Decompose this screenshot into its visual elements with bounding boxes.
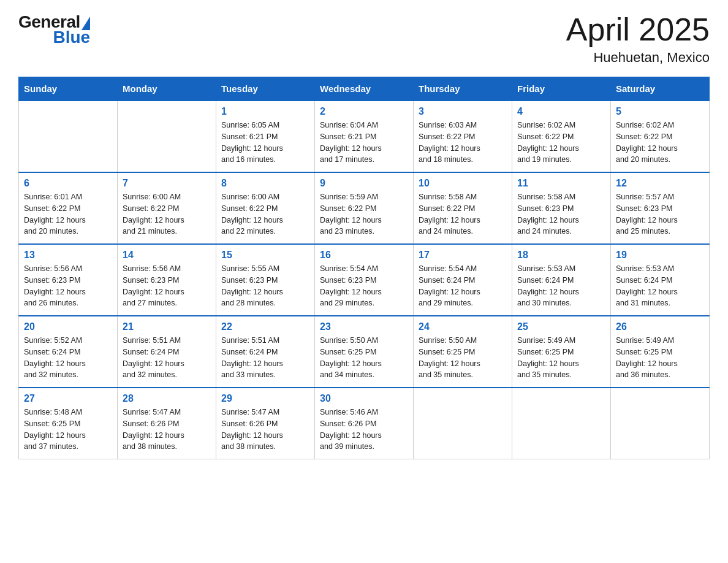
- calendar-cell: 11Sunrise: 5:58 AMSunset: 6:23 PMDayligh…: [512, 172, 611, 244]
- day-info: Sunrise: 5:57 AMSunset: 6:23 PMDaylight:…: [616, 191, 704, 237]
- week-row-4: 20Sunrise: 5:52 AMSunset: 6:24 PMDayligh…: [19, 316, 710, 388]
- calendar-cell: 24Sunrise: 5:50 AMSunset: 6:25 PMDayligh…: [414, 316, 512, 388]
- calendar-cell: 1Sunrise: 6:05 AMSunset: 6:21 PMDaylight…: [216, 101, 315, 172]
- day-number: 16: [320, 250, 408, 261]
- calendar-cell: [611, 388, 710, 459]
- day-info: Sunrise: 5:58 AMSunset: 6:22 PMDaylight:…: [419, 191, 507, 237]
- day-number: 23: [320, 321, 408, 332]
- day-info: Sunrise: 5:50 AMSunset: 6:25 PMDaylight:…: [419, 335, 507, 381]
- weekday-header-sunday: Sunday: [19, 77, 118, 101]
- day-info: Sunrise: 6:00 AMSunset: 6:22 PMDaylight:…: [221, 191, 309, 237]
- calendar-cell: 20Sunrise: 5:52 AMSunset: 6:24 PMDayligh…: [19, 316, 118, 388]
- calendar-cell: 18Sunrise: 5:53 AMSunset: 6:24 PMDayligh…: [512, 244, 611, 316]
- weekday-header-thursday: Thursday: [414, 77, 512, 101]
- day-info: Sunrise: 5:46 AMSunset: 6:26 PMDaylight:…: [320, 407, 408, 453]
- day-info: Sunrise: 5:58 AMSunset: 6:23 PMDaylight:…: [517, 191, 605, 237]
- calendar-cell: 9Sunrise: 5:59 AMSunset: 6:22 PMDaylight…: [315, 172, 414, 244]
- day-number: 14: [123, 250, 211, 261]
- title-block: April 2025 Huehuetan, Mexico: [566, 12, 710, 66]
- day-number: 2: [320, 106, 408, 117]
- day-info: Sunrise: 5:54 AMSunset: 6:24 PMDaylight:…: [419, 263, 507, 309]
- calendar-subtitle: Huehuetan, Mexico: [566, 50, 710, 66]
- day-info: Sunrise: 6:03 AMSunset: 6:22 PMDaylight:…: [419, 120, 507, 166]
- week-row-2: 6Sunrise: 6:01 AMSunset: 6:22 PMDaylight…: [19, 172, 710, 244]
- calendar-table: SundayMondayTuesdayWednesdayThursdayFrid…: [18, 77, 710, 459]
- day-info: Sunrise: 6:01 AMSunset: 6:22 PMDaylight:…: [24, 191, 112, 237]
- day-number: 12: [616, 178, 704, 189]
- calendar-cell: 15Sunrise: 5:55 AMSunset: 6:23 PMDayligh…: [216, 244, 315, 316]
- day-number: 13: [24, 250, 112, 261]
- day-info: Sunrise: 5:56 AMSunset: 6:23 PMDaylight:…: [123, 263, 211, 309]
- day-number: 19: [616, 250, 704, 261]
- page-header: General Gen Blue April 2025 Huehuetan, M…: [18, 12, 710, 66]
- calendar-cell: 2Sunrise: 6:04 AMSunset: 6:21 PMDaylight…: [315, 101, 414, 172]
- day-number: 25: [517, 321, 605, 332]
- calendar-cell: 3Sunrise: 6:03 AMSunset: 6:22 PMDaylight…: [414, 101, 512, 172]
- day-number: 30: [320, 393, 408, 404]
- week-row-1: 1Sunrise: 6:05 AMSunset: 6:21 PMDaylight…: [19, 101, 710, 172]
- day-number: 8: [221, 178, 309, 189]
- day-number: 6: [24, 178, 112, 189]
- day-number: 9: [320, 178, 408, 189]
- logo-blue-text: Blue: [53, 28, 90, 47]
- week-row-5: 27Sunrise: 5:48 AMSunset: 6:25 PMDayligh…: [19, 388, 710, 459]
- calendar-cell: 29Sunrise: 5:47 AMSunset: 6:26 PMDayligh…: [216, 388, 315, 459]
- calendar-cell: 10Sunrise: 5:58 AMSunset: 6:22 PMDayligh…: [414, 172, 512, 244]
- day-number: 17: [419, 250, 507, 261]
- day-number: 24: [419, 321, 507, 332]
- day-info: Sunrise: 5:52 AMSunset: 6:24 PMDaylight:…: [24, 335, 112, 381]
- calendar-cell: 7Sunrise: 6:00 AMSunset: 6:22 PMDaylight…: [118, 172, 216, 244]
- day-info: Sunrise: 5:51 AMSunset: 6:24 PMDaylight:…: [123, 335, 211, 381]
- calendar-cell: 25Sunrise: 5:49 AMSunset: 6:25 PMDayligh…: [512, 316, 611, 388]
- day-info: Sunrise: 5:49 AMSunset: 6:25 PMDaylight:…: [517, 335, 605, 381]
- weekday-header-wednesday: Wednesday: [315, 77, 414, 101]
- calendar-cell: 22Sunrise: 5:51 AMSunset: 6:24 PMDayligh…: [216, 316, 315, 388]
- calendar-cell: [19, 101, 118, 172]
- calendar-cell: 4Sunrise: 6:02 AMSunset: 6:22 PMDaylight…: [512, 101, 611, 172]
- calendar-cell: 19Sunrise: 5:53 AMSunset: 6:24 PMDayligh…: [611, 244, 710, 316]
- calendar-cell: 23Sunrise: 5:50 AMSunset: 6:25 PMDayligh…: [315, 316, 414, 388]
- day-info: Sunrise: 5:54 AMSunset: 6:23 PMDaylight:…: [320, 263, 408, 309]
- day-number: 3: [419, 106, 507, 117]
- logo: General Gen Blue: [18, 12, 90, 49]
- calendar-title: April 2025: [566, 12, 710, 47]
- day-info: Sunrise: 5:51 AMSunset: 6:24 PMDaylight:…: [221, 335, 309, 381]
- day-number: 15: [221, 250, 309, 261]
- weekday-header-friday: Friday: [512, 77, 611, 101]
- day-info: Sunrise: 5:55 AMSunset: 6:23 PMDaylight:…: [221, 263, 309, 309]
- day-number: 18: [517, 250, 605, 261]
- calendar-cell: 26Sunrise: 5:49 AMSunset: 6:25 PMDayligh…: [611, 316, 710, 388]
- calendar-cell: [118, 101, 216, 172]
- day-number: 5: [616, 106, 704, 117]
- day-info: Sunrise: 6:00 AMSunset: 6:22 PMDaylight:…: [123, 191, 211, 237]
- week-row-3: 13Sunrise: 5:56 AMSunset: 6:23 PMDayligh…: [19, 244, 710, 316]
- day-info: Sunrise: 5:47 AMSunset: 6:26 PMDaylight:…: [221, 407, 309, 453]
- day-info: Sunrise: 5:49 AMSunset: 6:25 PMDaylight:…: [616, 335, 704, 381]
- day-number: 22: [221, 321, 309, 332]
- day-number: 21: [123, 321, 211, 332]
- day-info: Sunrise: 5:59 AMSunset: 6:22 PMDaylight:…: [320, 191, 408, 237]
- day-number: 4: [517, 106, 605, 117]
- calendar-cell: 28Sunrise: 5:47 AMSunset: 6:26 PMDayligh…: [118, 388, 216, 459]
- day-info: Sunrise: 5:56 AMSunset: 6:23 PMDaylight:…: [24, 263, 112, 309]
- calendar-cell: 27Sunrise: 5:48 AMSunset: 6:25 PMDayligh…: [19, 388, 118, 459]
- day-number: 11: [517, 178, 605, 189]
- calendar-cell: 21Sunrise: 5:51 AMSunset: 6:24 PMDayligh…: [118, 316, 216, 388]
- calendar-cell: 6Sunrise: 6:01 AMSunset: 6:22 PMDaylight…: [19, 172, 118, 244]
- day-number: 28: [123, 393, 211, 404]
- day-number: 10: [419, 178, 507, 189]
- weekday-header-saturday: Saturday: [611, 77, 710, 101]
- day-info: Sunrise: 5:48 AMSunset: 6:25 PMDaylight:…: [24, 407, 112, 453]
- day-info: Sunrise: 6:05 AMSunset: 6:21 PMDaylight:…: [221, 120, 309, 166]
- day-info: Sunrise: 6:04 AMSunset: 6:21 PMDaylight:…: [320, 120, 408, 166]
- calendar-cell: 16Sunrise: 5:54 AMSunset: 6:23 PMDayligh…: [315, 244, 414, 316]
- calendar-cell: [512, 388, 611, 459]
- day-number: 1: [221, 106, 309, 117]
- calendar-cell: 12Sunrise: 5:57 AMSunset: 6:23 PMDayligh…: [611, 172, 710, 244]
- day-number: 29: [221, 393, 309, 404]
- calendar-cell: 13Sunrise: 5:56 AMSunset: 6:23 PMDayligh…: [19, 244, 118, 316]
- weekday-header-monday: Monday: [118, 77, 216, 101]
- day-info: Sunrise: 5:53 AMSunset: 6:24 PMDaylight:…: [517, 263, 605, 309]
- calendar-cell: 8Sunrise: 6:00 AMSunset: 6:22 PMDaylight…: [216, 172, 315, 244]
- day-number: 20: [24, 321, 112, 332]
